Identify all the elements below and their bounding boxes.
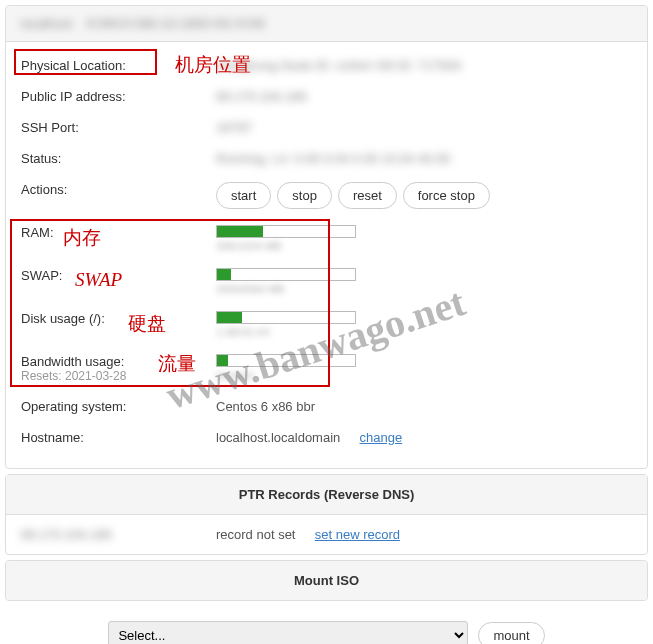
public-ip-label: Public IP address:: [21, 89, 216, 104]
os-value: Centos 6 x86 bbr: [216, 399, 315, 414]
disk-label: Disk usage (/):: [21, 311, 216, 326]
ptr-not-set: record not set: [216, 527, 296, 542]
disk-text: 1.08/10.XX: [216, 326, 356, 338]
stop-button[interactable]: stop: [277, 182, 332, 209]
ssh-port-value: 18797: [216, 120, 252, 135]
bandwidth-label: Bandwidth usage:: [21, 354, 216, 369]
actions-label: Actions:: [21, 182, 216, 197]
start-button[interactable]: start: [216, 182, 271, 209]
vps-header: localhost KVMV3-590-10-1800-HG KVM: [6, 6, 647, 42]
swap-progress: [216, 268, 356, 281]
force-stop-button[interactable]: force stop: [403, 182, 490, 209]
set-ptr-link[interactable]: set new record: [315, 527, 400, 542]
iso-header: Mount ISO: [6, 561, 647, 600]
change-hostname-link[interactable]: change: [360, 430, 403, 445]
swap-label: SWAP:: [21, 268, 216, 283]
reset-button[interactable]: reset: [338, 182, 397, 209]
ptr-ip: 69.170.104.189: [21, 527, 111, 542]
ptr-header: PTR Records (Reverse DNS): [6, 475, 647, 515]
resets-label: Resets: 2021-03-28: [21, 369, 216, 383]
status-label: Status:: [21, 151, 216, 166]
ram-text: 336/1024 MB: [216, 240, 356, 252]
physical-location-value: HongKong Node ID: cnhk4 VM ID: 717504: [216, 58, 461, 73]
hostname-label: Hostname:: [21, 430, 216, 445]
swap-text: 29/64/064 MB: [216, 283, 356, 295]
ssh-port-label: SSH Port:: [21, 120, 216, 135]
disk-progress: [216, 311, 356, 324]
mount-button[interactable]: mount: [478, 622, 544, 644]
header-hostname: localhost: [21, 16, 72, 31]
header-id: KVMV3-590-10-1800-HG KVM: [87, 16, 265, 31]
status-value: Running, LA: 0.00 0.04 0.00 10.04 40.00: [216, 151, 450, 166]
bandwidth-progress: [216, 354, 356, 367]
public-ip-value: 69.170.104.189: [216, 89, 306, 104]
physical-location-label: Physical Location:: [21, 58, 216, 73]
iso-select[interactable]: Select...: [108, 621, 468, 644]
os-label: Operating system:: [21, 399, 216, 414]
bandwidth-text: xxxxxxx: [216, 369, 356, 381]
ram-label: RAM:: [21, 225, 216, 240]
hostname-value: localhost.localdomain: [216, 430, 340, 445]
ram-progress: [216, 225, 356, 238]
